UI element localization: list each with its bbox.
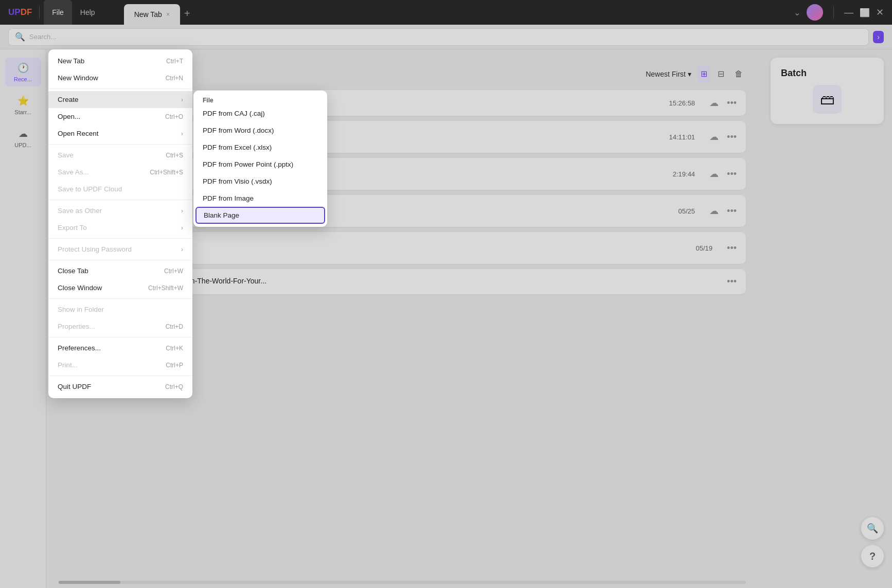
submenu-label-excel: PDF from Excel (.xlsx) [203, 144, 272, 151]
menu-label-save-other: Save as Other [58, 207, 102, 215]
submenu-label-ppt: PDF from Power Point (.pptx) [203, 161, 293, 168]
submenu-label-blank-page: Blank Page [204, 211, 239, 219]
open-recent-arrow-icon: › [181, 130, 183, 137]
menu-label-close-window: Close Window [58, 284, 102, 292]
menu-label-open: Open... [58, 113, 80, 120]
dropdown-container: New Tab Ctrl+T New Window Ctrl+N Create … [48, 49, 327, 398]
menu-label-create: Create [58, 96, 79, 103]
menu-label-preferences: Preferences... [58, 344, 101, 352]
create-submenu-container: File PDF from CAJ (.caj) PDF from Word (… [192, 49, 327, 398]
menu-label-properties: Properties... [58, 323, 95, 330]
submenu-label-caj: PDF from CAJ (.caj) [203, 110, 265, 117]
submenu-item-blank-page[interactable]: Blank Page [195, 207, 325, 224]
menu-item-create[interactable]: Create › [48, 91, 192, 108]
separator-2 [48, 144, 192, 145]
menu-item-show-folder: Show in Folder [48, 301, 192, 318]
shortcut-preferences: Ctrl+K [166, 345, 183, 352]
submenu-item-excel[interactable]: PDF from Excel (.xlsx) [193, 139, 327, 156]
shortcut-properties: Ctrl+D [166, 323, 183, 330]
shortcut-save-as: Ctrl+Shift+S [150, 169, 183, 176]
menu-label-new-window: New Window [58, 74, 98, 82]
menu-label-new-tab: New Tab [58, 57, 84, 65]
submenu-item-word[interactable]: PDF from Word (.docx) [193, 122, 327, 139]
file-dropdown-menu: New Tab Ctrl+T New Window Ctrl+N Create … [48, 49, 192, 398]
shortcut-close-tab: Ctrl+W [164, 268, 183, 275]
protect-arrow-icon: › [181, 246, 183, 253]
shortcut-print: Ctrl+P [166, 362, 183, 369]
submenu-label-visio: PDF from Visio (.vsdx) [203, 177, 272, 185]
menu-label-close-tab: Close Tab [58, 267, 88, 275]
menu-item-save: Save Ctrl+S [48, 147, 192, 164]
menu-item-save-other: Save as Other › [48, 202, 192, 219]
menu-label-open-recent: Open Recent [58, 130, 99, 137]
separator-4 [48, 238, 192, 239]
separator-3 [48, 200, 192, 200]
shortcut-save: Ctrl+S [166, 152, 183, 159]
menu-item-new-window[interactable]: New Window Ctrl+N [48, 69, 192, 86]
menu-label-protect: Protect Using Password [58, 245, 132, 253]
menu-label-save-cloud: Save to UPDF Cloud [58, 185, 122, 193]
submenu-file-label: File [203, 97, 213, 104]
submenu-item-ppt[interactable]: PDF from Power Point (.pptx) [193, 156, 327, 173]
menu-item-save-as: Save As... Ctrl+Shift+S [48, 164, 192, 181]
menu-item-protect: Protect Using Password › [48, 241, 192, 258]
separator-8 [48, 376, 192, 376]
shortcut-quit: Ctrl+Q [165, 383, 183, 390]
menu-item-quit[interactable]: Quit UPDF Ctrl+Q [48, 378, 192, 395]
separator-6 [48, 298, 192, 299]
menu-label-save-as: Save As... [58, 168, 89, 176]
shortcut-new-window: Ctrl+N [166, 75, 183, 82]
menu-label-save: Save [58, 151, 74, 159]
menu-item-export: Export To › [48, 219, 192, 236]
submenu-file-header: File [193, 94, 327, 105]
menu-item-print: Print... Ctrl+P [48, 357, 192, 373]
menu-label-export: Export To [58, 224, 87, 231]
submenu-item-image[interactable]: PDF from Image [193, 190, 327, 207]
save-other-arrow-icon: › [181, 207, 183, 215]
shortcut-open: Ctrl+O [165, 113, 183, 120]
create-arrow-icon: › [181, 96, 183, 103]
menu-item-open-recent[interactable]: Open Recent › [48, 125, 192, 142]
submenu-label-word: PDF from Word (.docx) [203, 127, 274, 134]
menu-item-close-window[interactable]: Close Window Ctrl+Shift+W [48, 279, 192, 296]
submenu-item-visio[interactable]: PDF from Visio (.vsdx) [193, 173, 327, 190]
menu-label-quit: Quit UPDF [58, 383, 91, 390]
menu-label-print: Print... [58, 361, 78, 369]
separator-7 [48, 337, 192, 337]
separator-5 [48, 260, 192, 260]
menu-item-close-tab[interactable]: Close Tab Ctrl+W [48, 262, 192, 279]
create-submenu: File PDF from CAJ (.caj) PDF from Word (… [193, 91, 327, 227]
shortcut-close-window: Ctrl+Shift+W [148, 284, 183, 292]
export-arrow-icon: › [181, 224, 183, 231]
menu-item-open[interactable]: Open... Ctrl+O [48, 108, 192, 125]
menu-item-preferences[interactable]: Preferences... Ctrl+K [48, 340, 192, 357]
shortcut-new-tab: Ctrl+T [166, 58, 183, 65]
menu-item-properties: Properties... Ctrl+D [48, 318, 192, 335]
separator-1 [48, 88, 192, 89]
menu-item-new-tab[interactable]: New Tab Ctrl+T [48, 52, 192, 69]
menu-item-save-cloud: Save to UPDF Cloud [48, 181, 192, 198]
submenu-item-caj[interactable]: PDF from CAJ (.caj) [193, 105, 327, 122]
menu-label-show-folder: Show in Folder [58, 306, 104, 313]
submenu-label-image: PDF from Image [203, 194, 254, 202]
